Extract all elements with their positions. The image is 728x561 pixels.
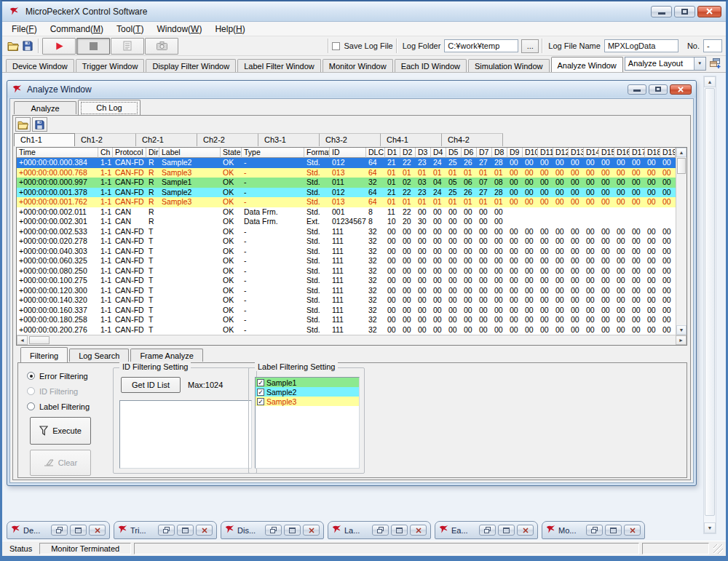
log-row[interactable]: +000:00:00.140.3201-1CAN-FDTOK-Std.11132… [17, 295, 687, 306]
column-header-state[interactable]: State [221, 148, 242, 158]
layout-select[interactable]: Analyze Layout ▼ [625, 57, 706, 71]
close-button[interactable] [624, 525, 641, 536]
menu-command-m[interactable]: Command(M) [44, 23, 110, 36]
menu-file-f[interactable]: File(F) [5, 23, 44, 36]
maximize-button[interactable] [284, 525, 301, 536]
log-row[interactable]: +000:00:00.120.3001-1CAN-FDTOK-Std.11132… [17, 286, 687, 296]
minimized-window-de[interactable]: De... [7, 521, 110, 539]
log-row[interactable]: +000:00:00.180.2581-1CAN-FDTOK-Std.11132… [17, 315, 687, 325]
tab-analyze-window[interactable]: Analyze Window [551, 57, 623, 72]
column-header-d5[interactable]: D5 [446, 148, 462, 158]
execute-button[interactable]: Execute [30, 417, 91, 445]
scroll-up-icon[interactable]: ▲ [676, 148, 687, 157]
restore-button[interactable] [51, 525, 68, 536]
log-row[interactable]: +000:00:00.060.3251-1CAN-FDTOK-Std.11132… [17, 256, 687, 266]
save-log-button[interactable] [32, 117, 47, 132]
maximize-button[interactable] [177, 525, 194, 536]
log-file-name-input[interactable]: MPXLogData [604, 39, 678, 52]
column-header-dlc[interactable]: DLC [366, 148, 385, 158]
scroll-up-icon[interactable]: ▲ [704, 76, 716, 87]
log-row[interactable]: +000:00:00.160.3371-1CAN-FDTOK-Std.11132… [17, 306, 687, 316]
log-folder-input[interactable]: C:¥work¥temp [444, 39, 518, 52]
save-layout-button[interactable] [708, 56, 724, 71]
column-header-dir[interactable]: Dir [146, 148, 159, 158]
get-id-list-button[interactable]: Get ID List [121, 377, 181, 393]
column-header-type[interactable]: Type [242, 148, 304, 158]
close-button[interactable] [89, 525, 106, 536]
start-monitor-button[interactable] [42, 38, 76, 55]
stop-monitor-button[interactable] [76, 38, 110, 55]
column-header-d13[interactable]: D13 [569, 148, 584, 158]
close-button[interactable] [196, 525, 213, 536]
column-header-d7[interactable]: D7 [477, 148, 492, 158]
channel-tab-ch1-2[interactable]: Ch1-2 [75, 133, 136, 146]
channel-tab-ch2-1[interactable]: Ch2-1 [136, 133, 197, 146]
channel-tab-ch4-1[interactable]: Ch4-1 [381, 133, 442, 146]
log-row[interactable]: +000:00:00.100.2751-1CAN-FDTOK-Std.11132… [17, 276, 687, 286]
analyze-window-title-bar[interactable]: Analyze Window [7, 81, 696, 98]
label-filter-item-sample2[interactable]: ✓Sample2 [256, 387, 359, 397]
restore-button[interactable] [158, 525, 175, 536]
column-header-d16[interactable]: D16 [614, 148, 630, 158]
table-horizontal-scrollbar[interactable]: ◄ ► [17, 335, 687, 345]
column-header-d4[interactable]: D4 [431, 148, 446, 158]
column-header-d1[interactable]: D1 [385, 148, 400, 158]
label-filter-item-sample1[interactable]: ✓Sample1 [256, 378, 359, 387]
log-row[interactable]: +000:00:00.002.5331-1CAN-FDTOK-Std.11132… [17, 227, 687, 237]
maximize-button[interactable] [605, 525, 622, 536]
radio-error-filtering[interactable]: Error Filtering [27, 370, 90, 381]
log-row[interactable]: +000:00:00.001.3781-1CAN-FDRSample2OK-St… [17, 188, 687, 198]
column-header-time[interactable]: Time [17, 148, 98, 158]
channel-tab-ch3-1[interactable]: Ch3-1 [258, 133, 320, 146]
minimize-button[interactable] [651, 6, 672, 17]
log-row[interactable]: +000:00:00.040.3031-1CAN-FDTOK-Std.11132… [17, 247, 687, 257]
restore-button[interactable] [649, 84, 668, 95]
close-button[interactable] [517, 525, 534, 536]
tab-monitor-window[interactable]: Monitor Window [323, 59, 393, 72]
column-header-d11[interactable]: D11 [538, 148, 553, 158]
log-row[interactable]: +000:00:00.200.2761-1CAN-FDTOK-Std.11132… [17, 325, 687, 335]
menu-help-h[interactable]: Help(H) [208, 23, 251, 36]
restore-button[interactable] [265, 525, 282, 536]
tab-device-window[interactable]: Device Window [6, 59, 74, 72]
checkbox-icon[interactable]: ✓ [257, 379, 264, 386]
log-row[interactable]: +000:00:00.002.0111-1CANROKData Frm.Std.… [17, 207, 687, 218]
table-vertical-scrollbar[interactable]: ▲ ▼ [676, 148, 687, 335]
column-header-d10[interactable]: D10 [523, 148, 538, 158]
tab-each-id-window[interactable]: Each ID Window [395, 59, 467, 72]
tab-frame-analyze[interactable]: Frame Analyze [130, 349, 202, 362]
checkbox-icon[interactable]: ✓ [257, 389, 264, 396]
log-list-button[interactable] [111, 38, 144, 55]
column-header-d15[interactable]: D15 [599, 148, 614, 158]
minimized-window-la[interactable]: La... [328, 521, 431, 539]
close-button[interactable] [410, 525, 427, 536]
save-file-button[interactable] [20, 39, 35, 53]
column-header-d19[interactable]: D19 [660, 148, 676, 158]
column-header-d14[interactable]: D14 [584, 148, 599, 158]
restore-button[interactable] [586, 525, 603, 536]
column-header-d18[interactable]: D18 [645, 148, 660, 158]
channel-tab-ch3-2[interactable]: Ch3-2 [320, 133, 381, 146]
log-row[interactable]: +000:00:00.080.2501-1CAN-FDTOK-Std.11132… [17, 266, 687, 276]
scroll-down-icon[interactable]: ▼ [704, 522, 716, 533]
menu-tool-t[interactable]: Tool(T) [110, 23, 150, 36]
tab-trigger-window[interactable]: Trigger Window [76, 59, 145, 72]
clear-button[interactable]: Clear [30, 450, 91, 476]
chevron-down-icon[interactable]: ▼ [694, 57, 705, 70]
column-header-d3[interactable]: D3 [416, 148, 431, 158]
browse-folder-button[interactable]: ... [521, 39, 539, 53]
tab-filtering[interactable]: Filtering [20, 347, 68, 362]
tab-ch-log[interactable]: Ch Log [78, 100, 141, 115]
channel-tab-ch2-2[interactable]: Ch2-2 [197, 133, 258, 146]
log-row[interactable]: +000:00:00.000.9971-1CAN-FDRSample1OK-St… [17, 178, 687, 188]
channel-tab-ch1-1[interactable]: Ch1-1 [14, 133, 75, 146]
maximize-button[interactable] [674, 6, 695, 17]
tab-display-filter-window[interactable]: Display Filter Window [146, 59, 236, 72]
close-button[interactable] [697, 6, 721, 17]
checkbox-icon[interactable]: ✓ [257, 398, 264, 405]
id-filter-list[interactable] [119, 400, 252, 469]
tab-analyze[interactable]: Analyze [14, 101, 76, 114]
column-header-d9[interactable]: D9 [507, 148, 523, 158]
tab-simulation-window[interactable]: Simulation Window [468, 59, 550, 72]
channel-tab-ch4-2[interactable]: Ch4-2 [442, 133, 503, 146]
